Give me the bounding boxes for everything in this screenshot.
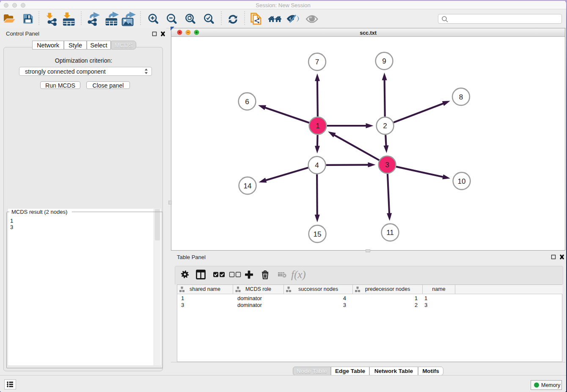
svg-text:14: 14: [244, 182, 252, 190]
svg-text:8: 8: [459, 93, 463, 101]
svg-text:9: 9: [382, 57, 386, 65]
svg-text:1: 1: [316, 122, 319, 130]
svg-text:11: 11: [386, 229, 394, 237]
svg-text:15: 15: [314, 230, 322, 238]
svg-text:3: 3: [385, 161, 389, 169]
svg-text:4: 4: [315, 161, 319, 169]
svg-text:2: 2: [383, 122, 387, 130]
svg-text:7: 7: [315, 58, 319, 66]
svg-text:10: 10: [458, 177, 466, 185]
svg-text:6: 6: [245, 98, 249, 106]
svg-text:f(x): f(x): [291, 269, 306, 281]
svg-text:Memory: Memory: [541, 382, 561, 388]
